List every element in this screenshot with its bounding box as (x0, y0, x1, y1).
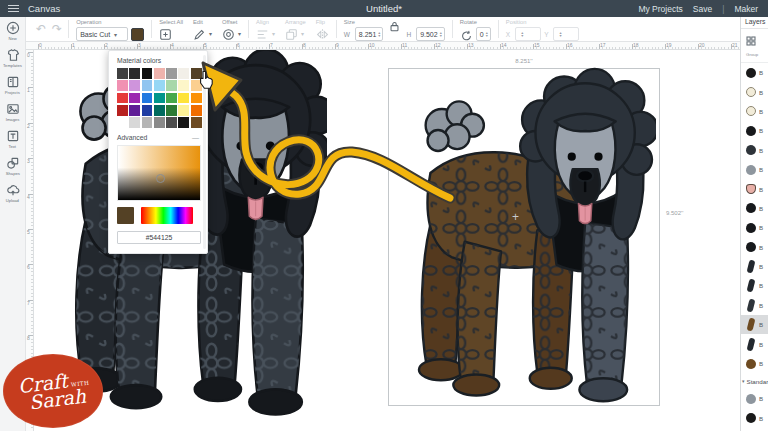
color-swatch[interactable] (142, 80, 153, 91)
sidebar-item-templates[interactable]: Templates (0, 44, 26, 71)
sidebar-item-projects[interactable]: Projects (0, 71, 26, 98)
width-field[interactable]: 8.251 ▴▾ (355, 27, 384, 41)
lock-icon[interactable] (388, 19, 401, 32)
layer-row[interactable]: B (741, 82, 768, 101)
layer-row[interactable]: B (741, 160, 768, 179)
layer-row[interactable]: B (741, 141, 768, 160)
color-swatch[interactable] (154, 80, 165, 91)
layer-label: B (759, 186, 763, 193)
ruler-number: 2 (105, 42, 138, 49)
layer-row[interactable]: B (741, 179, 768, 198)
rotate-stepper[interactable]: ▴▾ (486, 31, 488, 38)
color-swatch[interactable] (178, 117, 189, 128)
layer-row[interactable]: B (741, 276, 768, 295)
layer-thumbnail (746, 394, 756, 404)
color-swatch[interactable] (129, 117, 140, 128)
layer-thumbnail (747, 279, 756, 293)
layer-row[interactable]: B (741, 121, 768, 140)
width-stepper[interactable]: ▴▾ (378, 31, 380, 38)
layer-label: B (759, 127, 763, 134)
color-swatch[interactable] (129, 68, 140, 79)
operation-color-swatch[interactable] (131, 28, 144, 41)
color-swatch[interactable] (191, 68, 202, 79)
redo-button[interactable]: ↷ (52, 22, 62, 36)
color-swatch[interactable] (166, 117, 177, 128)
sidebar-item-shapes[interactable]: Shapes (0, 152, 26, 179)
color-swatch[interactable] (154, 105, 165, 116)
group-tool-label: Group (746, 52, 758, 57)
color-swatch[interactable] (142, 117, 153, 128)
sidebar-item-images[interactable]: Images (0, 98, 26, 125)
color-swatch[interactable] (142, 68, 153, 79)
layer-row[interactable]: B (741, 354, 768, 373)
layer-row[interactable]: B (741, 257, 768, 276)
poodle-artwork-right[interactable] (392, 66, 656, 406)
color-swatch[interactable] (191, 117, 202, 128)
color-swatch[interactable] (166, 68, 177, 79)
color-swatch[interactable] (191, 80, 202, 91)
machine-selector[interactable]: Maker (734, 4, 758, 14)
layer-row[interactable]: B (741, 296, 768, 315)
layer-row[interactable]: B (741, 389, 768, 408)
color-swatch[interactable] (191, 93, 202, 104)
color-swatch[interactable] (142, 105, 153, 116)
height-stepper[interactable]: ▴▾ (440, 31, 442, 38)
color-swatch[interactable] (117, 117, 128, 128)
color-swatch[interactable] (117, 68, 128, 79)
hue-slider[interactable] (141, 207, 193, 224)
save-link[interactable]: Save (693, 4, 712, 14)
color-swatch[interactable] (117, 105, 128, 116)
saturation-brightness-picker[interactable] (117, 145, 201, 201)
layer-row[interactable]: B (741, 315, 768, 334)
layer-row[interactable]: B (741, 102, 768, 121)
menu-icon[interactable] (8, 5, 19, 12)
sidebar-item-upload[interactable]: Upload (0, 179, 26, 206)
panel-scrollbar[interactable] (203, 55, 206, 249)
layer-group-standard[interactable]: ▾ Standar (741, 373, 768, 389)
height-field[interactable]: 9.502 ▴▾ (416, 27, 445, 41)
hex-color-input[interactable] (117, 231, 201, 244)
color-swatch[interactable] (178, 68, 189, 79)
color-swatch[interactable] (166, 80, 177, 91)
color-swatch[interactable] (154, 68, 165, 79)
color-swatch[interactable] (154, 117, 165, 128)
color-swatch[interactable] (178, 105, 189, 116)
flip-icon (316, 27, 329, 40)
color-swatch[interactable] (191, 105, 202, 116)
color-swatch[interactable] (166, 93, 177, 104)
color-swatch[interactable] (117, 80, 128, 91)
my-projects-link[interactable]: My Projects (638, 4, 682, 14)
collapse-icon[interactable]: — (192, 134, 199, 141)
layer-row[interactable]: B (741, 199, 768, 218)
chevron-down-icon[interactable]: ▾ (238, 30, 241, 37)
color-swatch[interactable] (166, 105, 177, 116)
color-swatch[interactable] (129, 105, 140, 116)
color-swatch[interactable] (117, 93, 128, 104)
color-swatch[interactable] (129, 80, 140, 91)
edit-icon[interactable] (193, 27, 206, 40)
offset-icon[interactable] (222, 27, 235, 40)
color-swatch[interactable] (178, 93, 189, 104)
picker-cursor[interactable] (156, 174, 165, 183)
group-icon[interactable] (746, 32, 756, 42)
undo-button[interactable]: ↶ (36, 22, 46, 36)
operation-select[interactable]: Basic Cut ▾ (76, 27, 128, 41)
edit-toolbar: ↶ ↷ Operation Basic Cut ▾ Select All (26, 17, 740, 42)
layer-row[interactable]: B (741, 218, 768, 237)
color-swatch[interactable] (129, 93, 140, 104)
cricut-design-space-window: Canvas Untitled* My Projects Save | Make… (0, 0, 768, 431)
sidebar-item-text[interactable]: Text (0, 125, 26, 152)
sidebar-item-new[interactable]: New (0, 17, 26, 44)
layer-row[interactable]: B (741, 409, 768, 428)
color-swatch[interactable] (142, 93, 153, 104)
select-all-icon[interactable] (159, 27, 172, 40)
chevron-down-icon[interactable]: ▾ (209, 30, 212, 37)
layers-header: Layers (741, 17, 768, 29)
layer-label: B (759, 108, 763, 115)
layer-row[interactable]: B (741, 63, 768, 82)
rotate-field[interactable]: 0 ▴▾ (476, 27, 491, 41)
color-swatch[interactable] (178, 80, 189, 91)
layer-row[interactable]: B (741, 334, 768, 353)
layer-row[interactable]: B (741, 238, 768, 257)
color-swatch[interactable] (154, 93, 165, 104)
